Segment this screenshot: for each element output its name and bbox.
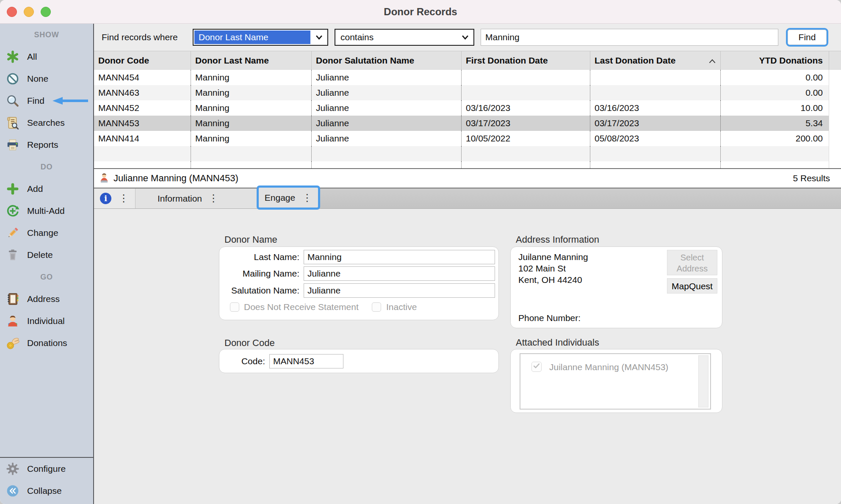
- cell-donor-salutation-name: Julianne: [311, 85, 461, 100]
- more-options-icon[interactable]: ⋮: [302, 192, 312, 204]
- does-not-receive-statement-checkbox[interactable]: [230, 302, 239, 312]
- cell-gutter: [829, 131, 841, 146]
- inactive-checkbox[interactable]: [372, 302, 381, 312]
- cell-donor-salutation-name: Julianne: [311, 116, 461, 131]
- title-bar: Donor Records: [0, 0, 841, 24]
- sidebar-item-configure[interactable]: Configure: [0, 458, 93, 480]
- cell-donor-code: MANN414: [94, 131, 191, 146]
- multi-add-icon: [6, 204, 19, 218]
- column-header-first-donation-date[interactable]: First Donation Date: [461, 51, 590, 70]
- results-table: Donor CodeDonor Last NameDonor Salutatio…: [94, 51, 841, 168]
- sidebar-item-add[interactable]: Add: [0, 178, 93, 200]
- cell-gutter: [829, 85, 841, 100]
- sidebar-item-collapse[interactable]: Collapse: [0, 480, 93, 502]
- attached-individuals-list: Juilanne Manning (MANN453): [520, 353, 711, 410]
- address-information-panel: Juilanne Manning 102 Main St Kent, OH 44…: [510, 246, 722, 328]
- cell-donor-last-name: Manning: [191, 100, 311, 116]
- table-row-MANN414[interactable]: MANN414ManningJulianne10/05/202205/08/20…: [94, 131, 841, 146]
- column-header-donor-salutation-name[interactable]: Donor Salutation Name: [311, 51, 461, 70]
- column-header-ytd-donations[interactable]: YTD Donations: [720, 51, 829, 70]
- tab-information[interactable]: Information: [158, 188, 202, 208]
- more-options-icon[interactable]: ⋮: [119, 192, 129, 204]
- attached-individuals-panel: Juilanne Manning (MANN453): [510, 349, 722, 413]
- record-header: Julianne Manning (MANN453) 5 Results: [94, 168, 841, 188]
- cell-gutter: [829, 70, 841, 85]
- sidebar-item-reports[interactable]: Reports: [0, 134, 93, 156]
- cell-donor-code: MANN453: [94, 116, 191, 131]
- chevron-down-icon: [456, 30, 473, 45]
- tab-engage[interactable]: Engage ⋮: [257, 186, 320, 210]
- salutation-name-field[interactable]: [304, 283, 495, 298]
- tab-engage-label: Engage: [265, 193, 295, 203]
- donor-name-section-label: Donor Name: [224, 234, 277, 245]
- sidebar-item-none[interactable]: None: [0, 68, 93, 90]
- cell-donor-last-name: Manning: [191, 70, 311, 85]
- cell-donor-last-name: Manning: [191, 131, 311, 146]
- sidebar-item-searches[interactable]: Searches: [0, 112, 93, 134]
- cell-last-donation-date: [590, 85, 720, 100]
- column-header-donor-last-name[interactable]: Donor Last Name: [191, 51, 311, 70]
- sidebar-item-label: All: [27, 52, 37, 62]
- scrollbar-track[interactable]: [698, 355, 708, 407]
- field-dropdown[interactable]: Donor Last Name: [193, 29, 328, 46]
- table-row-MANN453[interactable]: MANN453ManningJulianne03/17/202303/17/20…: [94, 116, 841, 131]
- sidebar-item-delete[interactable]: Delete: [0, 244, 93, 266]
- tab-info-segment: i ⋮: [94, 188, 136, 208]
- attached-individual-checkbox[interactable]: [531, 362, 542, 372]
- sidebar-item-individual[interactable]: Individual: [0, 310, 93, 332]
- find-bar: Find records where Donor Last Name conta…: [94, 24, 841, 51]
- operator-dropdown-value: contains: [335, 30, 456, 45]
- table-row-MANN452[interactable]: MANN452ManningJulianne03/16/202303/16/20…: [94, 100, 841, 116]
- search-document-icon: [6, 116, 19, 130]
- window-title: Donor Records: [0, 0, 841, 24]
- cell-donor-salutation-name: Julianne: [311, 70, 461, 85]
- attached-individuals-section-label: Attached Individuals: [516, 337, 599, 348]
- sidebar-section-header-go: GO: [0, 266, 93, 288]
- last-name-field[interactable]: [304, 250, 495, 264]
- printer-icon: [6, 138, 19, 152]
- operator-dropdown[interactable]: contains: [335, 29, 474, 46]
- sidebar-item-address[interactable]: Address: [0, 288, 93, 310]
- cell-gutter: [829, 100, 841, 116]
- sidebar-item-label: Configure: [27, 464, 66, 474]
- cell-ytd-donations: 200.00: [720, 131, 829, 146]
- find-button[interactable]: Find: [786, 28, 828, 47]
- pencil-icon: [6, 226, 19, 240]
- sidebar-section-header-show: SHOW: [0, 24, 93, 46]
- gear-icon: [6, 462, 19, 476]
- cell-donor-last-name: Manning: [191, 116, 311, 131]
- find-records-where-label: Find records where: [102, 24, 178, 51]
- info-icon[interactable]: i: [100, 193, 111, 204]
- cell-last-donation-date: [590, 70, 720, 85]
- cell-first-donation-date: [461, 85, 590, 100]
- asterisk-icon: [6, 50, 19, 64]
- collapse-icon: [6, 484, 19, 498]
- sidebar-item-donations[interactable]: Donations: [0, 332, 93, 354]
- last-name-label: Last Name:: [219, 250, 299, 264]
- table-row-MANN463[interactable]: MANN463ManningJulianne0.00: [94, 85, 841, 100]
- select-address-button[interactable]: Select Address: [667, 250, 717, 275]
- record-title: Julianne Manning (MANN453): [113, 169, 238, 188]
- cell-donor-last-name: Manning: [191, 85, 311, 100]
- column-header-last-donation-date[interactable]: Last Donation Date: [590, 51, 720, 70]
- cell-first-donation-date: [461, 70, 590, 85]
- sidebar-item-multi-add[interactable]: Multi-Add: [0, 200, 93, 222]
- sidebar-item-all[interactable]: All: [0, 46, 93, 68]
- app-window: Donor Records SHOW All None Find Searche…: [0, 0, 841, 504]
- person-icon: [6, 314, 19, 328]
- cell-first-donation-date: 03/17/2023: [461, 116, 590, 131]
- does-not-receive-statement-label: Does Not Receive Statement: [244, 302, 359, 312]
- table-row-MANN454[interactable]: MANN454ManningJulianne0.00: [94, 70, 841, 85]
- column-header-donor-code[interactable]: Donor Code: [94, 51, 191, 70]
- table-body: MANN454ManningJulianne0.00MANN463Manning…: [94, 70, 841, 168]
- sidebar-item-label: Change: [27, 228, 58, 238]
- mapquest-button[interactable]: MapQuest: [667, 278, 717, 294]
- sidebar-item-label: Donations: [27, 338, 67, 348]
- sidebar-item-change[interactable]: Change: [0, 222, 93, 244]
- sidebar-item-find[interactable]: Find: [0, 90, 93, 112]
- search-value-input[interactable]: [481, 29, 778, 46]
- code-field[interactable]: [269, 354, 343, 368]
- donor-name-panel: Last Name: Mailing Name: Salutation Name…: [219, 246, 499, 320]
- more-options-icon[interactable]: ⋮: [208, 192, 219, 204]
- mailing-name-field[interactable]: [304, 266, 495, 281]
